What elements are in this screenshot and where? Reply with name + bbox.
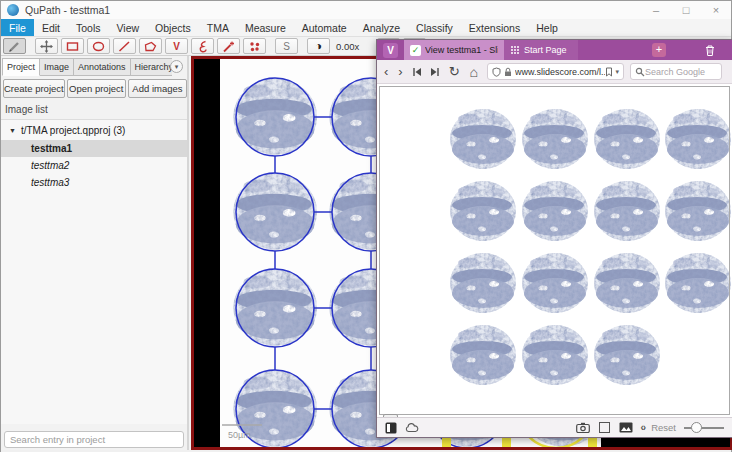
browser-tab-bar: V ✓ View testtma1 - Slide Score Start Pa…	[377, 40, 732, 60]
shield-icon	[492, 67, 501, 77]
address-dropdown-icon[interactable]: ▾	[616, 68, 620, 76]
forward-button[interactable]: ›	[398, 65, 402, 78]
menu-objects[interactable]: Objects	[147, 19, 199, 36]
magnification-label: 0.00x	[336, 41, 359, 52]
browser-nav-bar: ‹ › ↻ ⌂ www.slidescore.com/l...	[377, 60, 732, 84]
menu-view[interactable]: View	[109, 19, 148, 36]
slide-score-viewer-frame	[379, 86, 730, 415]
tab-project[interactable]: Project	[2, 58, 40, 76]
image-list: ▼ t/TMA project.qpproj (3) testtma1 test…	[1, 119, 187, 424]
startpage-icon	[510, 46, 519, 55]
page-zoom-slider[interactable]	[684, 427, 724, 429]
rectangle-tool-button[interactable]	[61, 38, 84, 54]
search-bar[interactable]	[630, 63, 722, 80]
menu-file[interactable]: File	[1, 19, 34, 36]
zoom-slider-handle[interactable]	[691, 422, 702, 433]
closed-tabs-trash-icon[interactable]	[704, 44, 716, 57]
zoom-reset-button[interactable]: Reset	[651, 422, 676, 433]
menu-measure[interactable]: Measure	[237, 19, 294, 36]
menu-tools[interactable]: Tools	[68, 19, 109, 36]
wand-icon	[222, 40, 235, 53]
open-project-button[interactable]: Open project	[67, 79, 126, 98]
ellipse-tool-button[interactable]	[87, 38, 110, 54]
qupath-app-icon	[7, 4, 19, 16]
close-button[interactable]: ×	[701, 1, 731, 19]
ellipse-icon	[92, 40, 105, 53]
polygon-tool-button[interactable]	[139, 38, 162, 54]
brightness-contrast-button[interactable]: ◑	[307, 38, 330, 54]
project-tree-root[interactable]: ▼ t/TMA project.qpproj (3)	[1, 120, 187, 140]
brush-tool-button[interactable]	[191, 38, 214, 54]
line-icon	[118, 40, 131, 53]
capture-page-icon[interactable]	[576, 422, 590, 433]
browser-tab-slidescore[interactable]: ✓ View testtma1 - Slide Score	[404, 40, 504, 60]
dots-icon	[248, 40, 261, 53]
brush-icon	[196, 40, 209, 53]
menu-classify[interactable]: Classify	[408, 19, 461, 36]
menu-analyze[interactable]: Analyze	[355, 19, 408, 36]
title-bar: QuPath - testtma1 – □ ×	[1, 1, 731, 19]
analysis-tabs: Project Image Annotations Hierarchy Work…	[2, 58, 172, 76]
rewind-button[interactable]	[412, 67, 422, 77]
image-entry-testtma1[interactable]: testtma1	[1, 140, 187, 157]
points-tool-button[interactable]: V	[165, 38, 188, 54]
project-panel: Project Image Annotations Hierarchy Work…	[1, 56, 189, 451]
qupath-window: QuPath - testtma1 – □ × File Edit Tools …	[0, 0, 732, 452]
rectangle-icon	[66, 40, 79, 53]
window-title: QuPath - testtma1	[25, 4, 110, 16]
checkbox-favicon: ✓	[410, 45, 421, 56]
back-button[interactable]: ‹	[384, 65, 388, 78]
move-icon	[40, 40, 53, 53]
menu-edit[interactable]: Edit	[34, 19, 68, 36]
url-text[interactable]: www.slidescore.com/l...	[515, 67, 604, 77]
tab-annotations[interactable]: Annotations	[74, 58, 131, 76]
new-tab-button[interactable]: +	[652, 43, 666, 57]
project-file-label: t/TMA project.qpproj (3)	[21, 125, 125, 136]
create-project-button[interactable]: Create project	[3, 79, 65, 98]
vivaldi-menu-button[interactable]: V	[383, 43, 398, 58]
tab-label: View testtma1 - Slide Score	[425, 45, 498, 55]
add-images-button[interactable]: Add images	[128, 79, 187, 98]
image-entry-testtma3[interactable]: testtma3	[1, 174, 187, 191]
tiling-icon[interactable]	[599, 422, 610, 433]
tab-hierarchy[interactable]: Hierarchy	[131, 58, 172, 76]
scale-bar-label: 50µm	[228, 430, 251, 440]
browser-status-bar: ‹› Reset	[377, 417, 732, 437]
menu-tma[interactable]: TMA	[199, 19, 237, 36]
search-engine-icon	[635, 67, 645, 77]
menu-extensions[interactable]: Extensions	[461, 19, 528, 36]
tab-overflow-button[interactable]: ▾	[170, 60, 183, 73]
counting-tool-button[interactable]	[243, 38, 266, 54]
menu-help[interactable]: Help	[528, 19, 566, 36]
wand-tool-button[interactable]	[217, 38, 240, 54]
browser-window: V ✓ View testtma1 - Slide Score Start Pa…	[376, 39, 732, 438]
menu-bar: File Edit Tools View Objects TMA Measure…	[1, 19, 731, 37]
browser-content: >	[377, 84, 732, 417]
tab-label: Start Page	[524, 45, 572, 55]
maximize-button[interactable]: □	[671, 1, 701, 19]
fast-forward-button[interactable]	[430, 67, 440, 77]
tab-image[interactable]: Image	[40, 58, 74, 76]
page-actions-image-icon[interactable]	[619, 422, 633, 433]
project-search-input[interactable]	[4, 431, 184, 448]
menu-automate[interactable]: Automate	[294, 19, 355, 36]
browser-tab-startpage[interactable]: Start Page	[504, 40, 578, 60]
tree-expand-arrow[interactable]: ▼	[9, 127, 16, 134]
image-entry-testtma2[interactable]: testtma2	[1, 157, 187, 174]
reload-button[interactable]: ↻	[449, 65, 460, 78]
move-tool-button[interactable]	[35, 38, 58, 54]
line-tool-button[interactable]	[113, 38, 136, 54]
selection-mode-button[interactable]: S	[275, 38, 298, 54]
web-search-input[interactable]	[645, 67, 709, 77]
image-list-header: Image list	[5, 104, 48, 115]
pen-tool-button[interactable]	[3, 38, 26, 54]
panel-toggle-icon[interactable]	[385, 422, 397, 434]
sync-cloud-icon[interactable]	[405, 423, 419, 433]
bookmark-icon[interactable]	[605, 67, 613, 77]
address-bar[interactable]: www.slidescore.com/l... ▾	[487, 63, 624, 80]
lock-icon	[504, 67, 512, 77]
minimize-button[interactable]: –	[641, 1, 671, 19]
polygon-icon	[144, 40, 157, 53]
swap-arrows-icon[interactable]: ‹›	[641, 422, 646, 433]
home-button[interactable]: ⌂	[470, 65, 478, 79]
